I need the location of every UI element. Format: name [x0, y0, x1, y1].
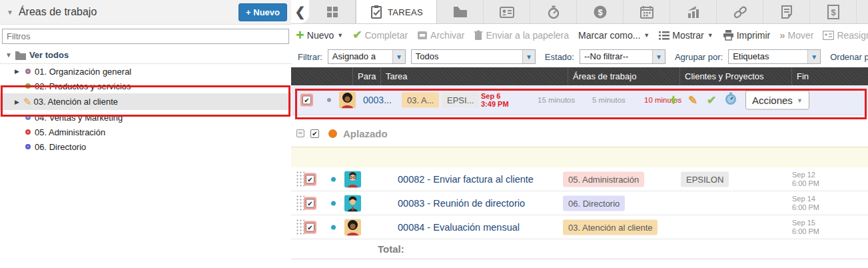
acciones-button[interactable]: Acciones▼ [745, 91, 809, 110]
workspace-label: 02. Productos y servicios [35, 81, 131, 91]
tab-calendar[interactable] [624, 0, 670, 23]
invoice-icon: $ [826, 5, 841, 19]
client-tag[interactable]: EPSILON [681, 171, 729, 187]
tasks-icon [370, 5, 383, 19]
workspace-filter-input[interactable] [2, 29, 289, 44]
chevron-down-icon: ▼ [807, 50, 820, 63]
estado-label: Estado: [545, 52, 574, 62]
reassign-task-button[interactable]: Reasignar [823, 30, 868, 41]
task-row-00084[interactable]: ✔ 00084 - Evaluación mensual 03. Atenció… [291, 215, 868, 239]
collapse-triangle-icon[interactable]: ▼ [7, 9, 13, 16]
task-checkbox[interactable]: ✔ [304, 173, 316, 185]
task-checkbox[interactable]: ✔ [300, 94, 313, 107]
chevron-down-icon: ▼ [652, 50, 665, 63]
tab-notes[interactable] [763, 0, 810, 23]
expand-arrow-icon[interactable]: ▶ [15, 99, 23, 105]
new-workspace-button[interactable]: + Nuevo [238, 3, 287, 21]
table-header: Para Tarea Áreas de trabajo Clientes y P… [291, 67, 868, 85]
area-tag[interactable]: 06. Directorio [563, 195, 625, 211]
dollar-coin-icon: $ [593, 5, 608, 19]
plus-icon: + [296, 29, 304, 41]
collapse-group-icon[interactable]: − [296, 129, 304, 137]
show-options-button[interactable]: Mostrar▼ [659, 30, 713, 41]
tab-dashboard[interactable] [309, 0, 356, 23]
column-fin: Fin [791, 67, 868, 85]
sidebar-title: Áreas de trabajo [19, 6, 238, 18]
agrupar-label: Agrupar por: [675, 52, 723, 62]
task-row-00082[interactable]: ✔ 00082 - Enviar factura al cliente 05. … [291, 167, 868, 191]
sidebar-item-organizacion-general[interactable]: ▶ 01. Organización general [0, 64, 291, 79]
collapse-sidebar-button[interactable]: ❮ [291, 0, 309, 23]
app-window: ▼ Áreas de trabajo + Nuevo ▼ Ver todos ▶… [0, 0, 868, 268]
sidebar-item-directorio[interactable]: 06. Directorio [0, 139, 291, 154]
tree-root-ver-todos[interactable]: ▼ Ver todos [0, 47, 291, 63]
pencil-icon[interactable]: ✎ [23, 96, 32, 108]
contact-card-icon [499, 5, 515, 19]
complete-task-button[interactable]: ✔ Completar [352, 28, 408, 42]
caret-down-icon: ▼ [337, 32, 343, 39]
move-task-button[interactable]: » Mover [779, 29, 813, 41]
sidebar-item-productos-servicios[interactable]: 02. Productos y servicios [0, 79, 291, 93]
tab-money[interactable]: $ [577, 0, 624, 23]
task-checkbox[interactable]: ✔ [304, 197, 316, 209]
mark-as-button[interactable]: Marcar como...▼ [578, 30, 650, 41]
area-tag[interactable]: 03. A... [402, 93, 439, 108]
task-checkbox[interactable]: ✔ [304, 221, 316, 233]
assignee-select[interactable]: Todos ▼ [411, 49, 536, 64]
print-button[interactable]: Imprimir [723, 30, 771, 41]
sidebar-item-atencion-cliente[interactable]: ▶ ✎ 03. Atención al cliente [0, 93, 291, 110]
workspace-label: 06. Directorio [35, 142, 86, 152]
sidebar-item-administracion[interactable]: 05. Administración [0, 125, 291, 139]
chevrons-right-icon: » [779, 29, 785, 41]
selected-task-row[interactable]: ✔ 0003... 03. A... EPSI... Sep 63:49 PM … [291, 85, 868, 115]
group-header-aplazado: − ✔ Aplazado [291, 123, 868, 143]
agrupar-select[interactable]: Etiquetas ▼ [728, 49, 821, 64]
tasks-toolbar: + Nuevo▼ ✔ Completar Archivar Enviar a l… [291, 24, 868, 46]
column-tarea: Tarea [380, 67, 568, 85]
sidebar-header: ▼ Áreas de trabajo + Nuevo [0, 0, 291, 25]
assignee-avatar [344, 195, 361, 211]
client-tag[interactable]: EPSI... [442, 93, 479, 108]
tab-timer[interactable] [530, 0, 577, 23]
grid-icon [325, 5, 340, 19]
archive-task-button[interactable]: Archivar [417, 30, 464, 41]
tab-tareas[interactable]: TAREAS [356, 0, 437, 24]
assignee-avatar [339, 92, 356, 109]
workspace-color-icon [25, 129, 31, 135]
area-tag[interactable]: 05. Administración [563, 171, 644, 187]
caret-down-icon: ▼ [707, 32, 713, 39]
task-row-00083[interactable]: ✔ 00083 - Reunión de directorio 06. Dire… [291, 191, 868, 215]
task-title-link[interactable]: 00084 - Evaluación mensual [398, 222, 520, 233]
edit-pencil-icon[interactable]: ✎ [688, 93, 697, 107]
folder-icon [15, 51, 27, 60]
expand-arrow-icon[interactable]: ▶ [15, 68, 23, 75]
task-id-link[interactable]: 0003... [363, 95, 392, 105]
area-tag[interactable]: 03. Atención al cliente [563, 219, 657, 235]
caret-down-icon: ▼ [644, 32, 650, 39]
tab-links[interactable] [717, 0, 763, 23]
expand-triangle-icon[interactable]: ▼ [5, 51, 12, 59]
group-subheader-band [291, 147, 868, 167]
filter-field-select[interactable]: Asignado a ▼ [328, 49, 406, 64]
tab-contacts[interactable] [484, 0, 530, 23]
timer-icon[interactable] [724, 92, 737, 108]
tab-files[interactable] [437, 0, 484, 23]
tab-reports[interactable] [670, 0, 717, 23]
new-task-button[interactable]: + Nuevo▼ [296, 29, 343, 41]
filtrar-label: Filtrar: [298, 52, 322, 62]
tree-root-label: Ver todos [29, 50, 69, 60]
estado-select[interactable]: --No filtrar-- ▼ [580, 49, 665, 64]
calendar-icon [640, 5, 654, 19]
stopwatch-icon [546, 5, 561, 19]
add-icon[interactable]: + [669, 91, 678, 109]
task-title-link[interactable]: 00083 - Reunión de directorio [398, 198, 525, 209]
logged-duration: 5 minutos [592, 96, 626, 104]
workspace-color-icon [25, 69, 31, 74]
status-dot-icon [331, 225, 336, 229]
group-checkbox[interactable]: ✔ [310, 129, 319, 138]
complete-check-icon[interactable]: ✔ [707, 93, 716, 107]
send-to-trash-button[interactable]: Enviar a la papelera [474, 30, 569, 41]
sidebar-item-ventas-marketing[interactable]: 04. Ventas y Marketing [0, 110, 291, 125]
task-title-link[interactable]: 00082 - Enviar factura al cliente [398, 174, 534, 185]
tab-billing[interactable]: $ [810, 0, 857, 23]
